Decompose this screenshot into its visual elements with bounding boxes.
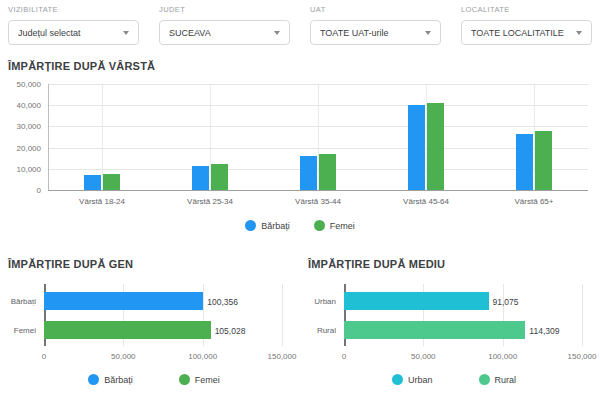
environment-xtick: 50,000 [401,352,445,361]
age-ytick: 50,000 [8,80,41,89]
filter-localitate-label: LOCALITATE [461,5,592,14]
age-ytick: 30,000 [8,122,41,131]
environment-bar-rural[interactable] [344,321,525,339]
vizibilitate-dropdown-value: Județul selectat [18,28,81,38]
gender-chart-section: ÎMPĂRȚIRE DUPĂ GEN 050,000100,000150,000… [8,258,300,385]
localitate-dropdown-value: TOATE LOCALITATILE [471,28,564,38]
environment-gridline-v [582,284,583,346]
environment-xtick: 0 [322,352,366,361]
age-category-label: Vârstă 65+ [486,197,582,206]
filter-uat-label: UAT [310,5,441,14]
environment-legend-item: Rural [479,374,517,385]
age-category-label: Vârstă 35-44 [270,197,366,206]
chevron-down-icon [425,31,431,35]
age-ytick: 20,000 [8,144,41,153]
environment-value-label: 114,309 [529,326,559,336]
filter-uat: UAT TOATE UAT-urile [310,5,441,45]
age-ytick: 40,000 [8,101,41,110]
environment-chart-section: ÎMPĂRȚIRE DUPĂ MEDIU 050,000100,000150,0… [308,258,600,385]
rural-legend-dot [479,374,490,385]
gender-xtick: 150,000 [260,352,304,361]
age-bar-bărbați[interactable] [84,175,101,190]
chevron-down-icon [123,31,129,35]
age-ytick: 0 [8,186,41,195]
age-bar-bărbați[interactable] [408,105,425,190]
filter-judet: JUDEȚ SUCEAVA [159,5,290,45]
age-legend-item: Bărbați [245,220,290,231]
age-bar-femei[interactable] [427,103,444,190]
femei-legend-dot [314,220,325,231]
uat-dropdown[interactable]: TOATE UAT-urile [310,20,441,45]
environment-chart-legend: UrbanRural [308,374,600,385]
age-bar-femei[interactable] [103,174,120,190]
gender-bar-femei[interactable] [44,321,211,339]
environment-legend-label: Urban [408,375,433,385]
age-legend-item: Femei [314,220,355,231]
gender-value-label: 105,028 [215,326,246,336]
gender-chart-title: ÎMPĂRȚIRE DUPĂ GEN [8,258,300,270]
environment-row-label: Rural [308,326,336,335]
age-bar-femei[interactable] [319,154,336,190]
uat-dropdown-value: TOATE UAT-urile [320,28,389,38]
gender-row-label: Femei [8,326,36,335]
age-bar-femei[interactable] [211,164,228,190]
age-gridline-h [48,148,588,149]
urban-legend-dot [392,374,403,385]
environment-bar-urban[interactable] [344,292,489,310]
localitate-dropdown[interactable]: TOATE LOCALITATILE [461,20,592,45]
gender-xtick: 100,000 [181,352,225,361]
gender-row-label: Bărbați [8,297,36,306]
judet-dropdown[interactable]: SUCEAVA [159,20,290,45]
environment-chart-title: ÎMPĂRȚIRE DUPĂ MEDIU [308,258,600,270]
age-legend-label: Femei [330,221,355,231]
age-category-label: Vârstă 18-24 [54,197,150,206]
age-chart-section: ÎMPĂRȚIRE DUPĂ VÂRSTĂ 010,00020,00030,00… [8,60,592,231]
filter-vizibilitate: VIZIBILITATE Județul selectat [8,5,139,45]
gender-gridline-v [282,284,283,346]
age-y-axis [48,84,49,190]
filter-vizibilitate-label: VIZIBILITATE [8,5,139,14]
chevron-down-icon [576,31,582,35]
age-chart-plot: 010,00020,00030,00040,00050,000Vârstă 18… [8,82,592,214]
age-category-label: Vârstă 25-34 [162,197,258,206]
environment-xtick: 150,000 [560,352,600,361]
filter-judet-label: JUDEȚ [159,5,290,14]
age-ytick: 10,000 [8,165,41,174]
age-chart-legend: BărbațiFemei [8,220,592,231]
gender-legend-item: Femei [179,374,220,385]
age-bar-bărbați[interactable] [192,166,209,190]
femei-legend-dot [179,374,190,385]
gender-xtick: 50,000 [101,352,145,361]
age-gridline-h [48,126,588,127]
environment-legend-item: Urban [392,374,433,385]
environment-row-label: Urban [308,297,336,306]
environment-legend-label: Rural [495,375,517,385]
bărbați-legend-dot [88,374,99,385]
age-bar-bărbați[interactable] [516,134,533,190]
age-gridline-h [48,190,588,191]
age-bar-femei[interactable] [535,131,552,190]
gender-legend-label: Femei [195,375,220,385]
gender-legend-item: Bărbați [88,374,133,385]
age-gridline-h [48,84,588,85]
chevron-down-icon [274,31,280,35]
gender-xtick: 0 [22,352,66,361]
bărbați-legend-dot [245,220,256,231]
age-legend-label: Bărbați [261,221,290,231]
judet-dropdown-value: SUCEAVA [169,28,211,38]
age-gridline-h [48,105,588,106]
age-gridline-h [48,169,588,170]
gender-chart-plot: 050,000100,000150,000Bărbați100,356Femei… [8,282,300,360]
gender-legend-label: Bărbați [104,375,133,385]
vizibilitate-dropdown[interactable]: Județul selectat [8,20,139,45]
age-category-label: Vârstă 45-64 [378,197,474,206]
environment-value-label: 91,075 [493,297,519,307]
gender-bar-bărbați[interactable] [44,292,203,310]
gender-value-label: 100,356 [207,297,238,307]
filter-bar: VIZIBILITATE Județul selectat JUDEȚ SUCE… [0,0,600,45]
environment-xtick: 100,000 [481,352,525,361]
age-chart-title: ÎMPĂRȚIRE DUPĂ VÂRSTĂ [8,60,592,72]
age-bar-bărbați[interactable] [300,156,317,190]
environment-chart-plot: 050,000100,000150,000Urban91,075Rural114… [308,282,600,360]
filter-localitate: LOCALITATE TOATE LOCALITATILE [461,5,592,45]
